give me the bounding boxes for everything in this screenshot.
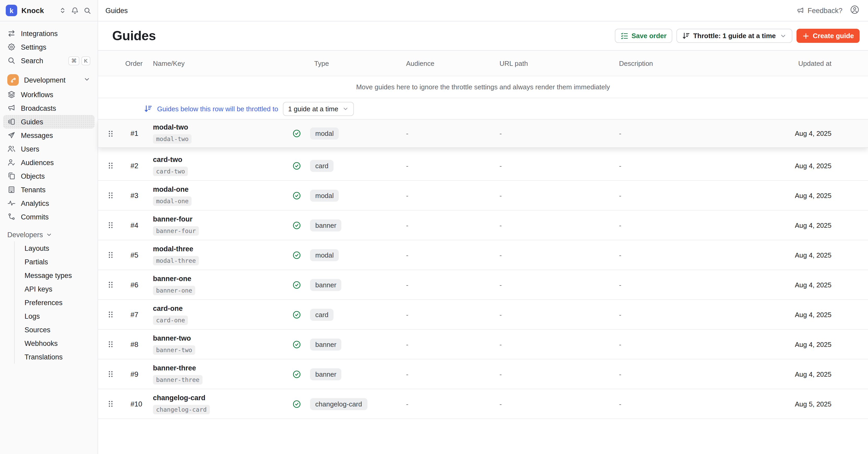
table-row[interactable]: #9 banner-three banner-three banner - - … xyxy=(98,360,868,389)
sidebar-item-preferences[interactable]: Preferences xyxy=(22,296,94,309)
drag-handle[interactable] xyxy=(98,162,123,170)
drag-handle[interactable] xyxy=(98,340,123,348)
table-row[interactable]: #7 card-one card-one card - - - Aug 4, 2… xyxy=(98,300,868,330)
row-order: #5 xyxy=(123,251,146,259)
sidebar-item-api-keys[interactable]: API keys xyxy=(22,282,94,296)
status-active-check-icon xyxy=(292,340,301,349)
guide-name[interactable]: banner-one xyxy=(146,275,286,282)
feedback-button[interactable]: Feedback? xyxy=(797,6,842,15)
description-value: - xyxy=(613,311,753,318)
sidebar-item-sources[interactable]: Sources xyxy=(22,323,94,336)
url-path-value: - xyxy=(493,340,613,348)
workspace-switcher[interactable]: k Knock xyxy=(0,0,98,22)
drag-handle[interactable] xyxy=(98,370,123,378)
sidebar-item-translations[interactable]: Translations xyxy=(22,350,94,364)
type-badge: banner xyxy=(310,338,342,350)
sidebar-item-layouts[interactable]: Layouts xyxy=(22,242,94,255)
sidebar-item-partials[interactable]: Partials xyxy=(22,255,94,268)
sidebar-item-workflows[interactable]: Workflows xyxy=(3,88,94,101)
sidebar-item-commits[interactable]: Commits xyxy=(3,210,94,224)
type-badge: modal xyxy=(310,249,339,261)
guide-name[interactable]: banner-three xyxy=(146,364,286,372)
sidebar-item-broadcasts[interactable]: Broadcasts xyxy=(3,101,94,115)
sidebar-item-messages[interactable]: Messages xyxy=(3,129,94,142)
status-active-check-icon xyxy=(292,280,301,289)
drag-handle[interactable] xyxy=(98,310,123,319)
megaphone-icon xyxy=(797,6,804,15)
row-order: #3 xyxy=(123,192,146,199)
table-row[interactable]: #3 modal-one modal-one modal - - - Aug 4… xyxy=(98,181,868,210)
account-avatar-icon[interactable] xyxy=(850,4,860,17)
drag-handle[interactable] xyxy=(98,191,123,200)
search-icon[interactable] xyxy=(84,6,91,15)
guide-name[interactable]: modal-two xyxy=(146,123,286,131)
create-guide-button[interactable]: Create guide xyxy=(797,29,860,43)
guide-key-badge: banner-three xyxy=(153,375,203,384)
throttle-dropdown-button[interactable]: Throttle: 1 guide at a time xyxy=(677,29,792,43)
url-path-value: - xyxy=(493,221,613,229)
type-badge: card xyxy=(310,309,334,320)
guide-name[interactable]: card-one xyxy=(146,304,286,312)
status-active-check-icon xyxy=(292,221,301,230)
knock-logo: k xyxy=(6,5,17,16)
drag-handle[interactable] xyxy=(98,400,123,408)
updated-at-value: Aug 4, 2025 xyxy=(753,130,868,137)
immediate-drop-zone[interactable]: Move guides here to ignore the throttle … xyxy=(98,76,868,98)
drag-handle[interactable] xyxy=(98,129,123,138)
guide-name[interactable]: changelog-card xyxy=(146,394,286,401)
throttle-count-select[interactable]: 1 guide at a time xyxy=(283,102,354,116)
sidebar-item-audiences[interactable]: Audiences xyxy=(3,156,94,169)
sidebar-item-message-types[interactable]: Message types xyxy=(22,268,94,282)
notifications-bell-icon[interactable] xyxy=(71,6,79,15)
pages-icon xyxy=(7,172,16,180)
checklist-icon xyxy=(621,32,628,40)
drag-handle[interactable] xyxy=(98,251,123,259)
audience-value: - xyxy=(400,221,493,229)
table-row[interactable]: #10 changelog-card changelog-card change… xyxy=(98,389,868,419)
sidebar-item-search[interactable]: Search ⌘ K xyxy=(3,54,94,67)
sidebar-item-tenants[interactable]: Tenants xyxy=(3,183,94,196)
guide-name[interactable]: modal-one xyxy=(146,185,286,193)
developers-section-toggle[interactable]: Developers xyxy=(3,228,94,242)
workspace-name: Knock xyxy=(22,6,59,15)
audience-value: - xyxy=(400,251,493,259)
sidebar-item-integrations[interactable]: Integrations xyxy=(3,27,94,40)
table-row[interactable]: #5 modal-three modal-three modal - - - A… xyxy=(98,240,868,270)
expand-workspace-icon[interactable] xyxy=(59,7,66,14)
drag-handle[interactable] xyxy=(98,281,123,289)
table-row[interactable]: #8 banner-two banner-two banner - - - Au… xyxy=(98,330,868,360)
row-order: #1 xyxy=(123,130,146,137)
sidebar-item-users[interactable]: Users xyxy=(3,142,94,156)
url-path-value: - xyxy=(493,192,613,199)
sidebar: k Knock Integrations Settin xyxy=(0,0,98,454)
throttle-divider-row: Guides below this row will be throttled … xyxy=(98,98,868,120)
drag-handle-icon xyxy=(107,221,114,229)
drag-handle[interactable] xyxy=(98,221,123,229)
guide-name[interactable]: banner-four xyxy=(146,215,286,223)
guide-key-badge: modal-two xyxy=(153,134,192,144)
sidebar-item-logs[interactable]: Logs xyxy=(22,309,94,323)
guide-name[interactable]: card-two xyxy=(146,155,286,163)
person-check-icon xyxy=(7,158,16,167)
environment-switcher[interactable]: Development xyxy=(3,72,94,88)
environment-icon xyxy=(7,74,19,86)
guide-name[interactable]: banner-two xyxy=(146,334,286,342)
sidebar-item-guides[interactable]: Guides xyxy=(3,115,94,129)
sidebar-item-objects[interactable]: Objects xyxy=(3,169,94,183)
table-row[interactable]: #2 card-two card-two card - - - Aug 4, 2… xyxy=(98,151,868,181)
row-order: #6 xyxy=(123,281,146,289)
table-row[interactable]: #1 modal-two modal-two modal - - - Aug 4… xyxy=(98,120,868,148)
paper-plane-icon xyxy=(7,131,16,140)
sidebar-item-settings[interactable]: Settings xyxy=(3,40,94,54)
updated-at-value: Aug 4, 2025 xyxy=(753,192,868,199)
table-row[interactable]: #4 banner-four banner-four banner - - - … xyxy=(98,210,868,240)
status-active-check-icon xyxy=(292,399,301,408)
save-order-button[interactable]: Save order xyxy=(615,29,672,43)
sidebar-item-webhooks[interactable]: Webhooks xyxy=(22,336,94,350)
audience-value: - xyxy=(400,130,493,137)
drag-handle-icon xyxy=(107,400,114,408)
sidebar-item-analytics[interactable]: Analytics xyxy=(3,196,94,210)
table-row[interactable]: #6 banner-one banner-one banner - - - Au… xyxy=(98,270,868,300)
sort-descending-icon xyxy=(682,32,690,40)
guide-name[interactable]: modal-three xyxy=(146,245,286,253)
